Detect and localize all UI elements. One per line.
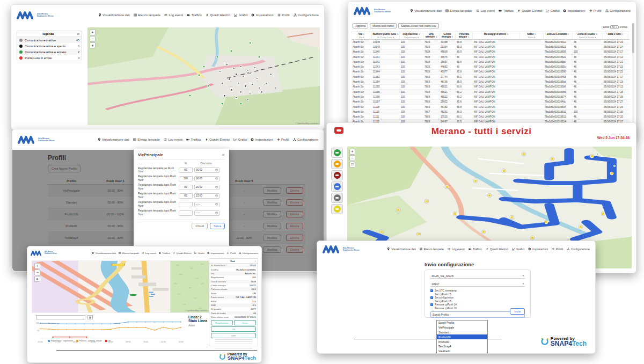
table-row[interactable]: Abarth Str.1111110076661751566.1INF DALI… — [352, 114, 630, 119]
lamp-marker-icon[interactable] — [222, 83, 223, 84]
sort-icon[interactable]: ⇅ — [418, 33, 420, 35]
nav-item-traffico[interactable]: Traffico — [499, 9, 514, 12]
entries-select[interactable]: All▾ — [610, 25, 619, 29]
sensor-marker-icon[interactable] — [596, 153, 598, 155]
dropdown-option[interactable]: Standart — [437, 330, 487, 335]
lamp-marker-icon[interactable] — [247, 70, 248, 71]
lamp-marker-icon[interactable] — [236, 97, 237, 98]
cabinet-marker-icon[interactable] — [221, 102, 224, 105]
lamp-marker-icon[interactable] — [240, 91, 241, 92]
dropdown-option[interactable]: Profilo100 — [437, 334, 487, 339]
nav-item-impostazioni[interactable]: Impostazioni — [251, 13, 273, 17]
layer-button-info[interactable] — [331, 181, 343, 192]
lamp-marker-icon[interactable] — [226, 64, 228, 65]
scrollbar[interactable] — [632, 23, 634, 136]
lamp-marker-icon[interactable] — [247, 99, 248, 100]
cabinet-marker-icon[interactable] — [216, 55, 219, 58]
layer-button-bus[interactable] — [331, 170, 343, 180]
table-row[interactable]: Abarth Str.1105410076694810665.9INF DALI… — [352, 79, 630, 84]
close-button[interactable]: Chiudi — [192, 223, 208, 229]
nav-item-grafici[interactable]: Grafici — [233, 138, 247, 141]
layer-button-generic[interactable] — [331, 193, 343, 203]
nav-item-traffico[interactable]: Traffico — [186, 138, 201, 141]
time-input[interactable]: 20:00 — [194, 185, 219, 190]
nav-item-traffico[interactable]: Traffico — [159, 252, 170, 254]
sort-icon[interactable]: ⇅ — [533, 33, 536, 35]
time-input[interactable]: --:-- — [194, 202, 219, 207]
checkbox-checked[interactable] — [430, 303, 433, 306]
lamp-marker-icon[interactable] — [236, 74, 237, 75]
nav-item-visualizzazione-dati[interactable]: Visualizzazione dati — [410, 9, 442, 12]
service-marker-icon[interactable] — [510, 215, 514, 219]
time-input[interactable]: 00:00 — [194, 168, 219, 173]
service-marker-icon[interactable] — [482, 230, 486, 234]
lamp-marker-icon[interactable] — [233, 68, 235, 69]
column-header-potenza-attuale[interactable]: Potenza attuale ⇅ — [456, 33, 473, 39]
layer-button-sensors[interactable] — [331, 148, 343, 158]
cabinet-marker-icon[interactable] — [202, 65, 205, 68]
nav-item-elenco-lampade[interactable]: Elenco lampade — [420, 247, 444, 251]
cabinet-marker-icon[interactable] — [249, 42, 252, 45]
legend-item[interactable]: Comunicazione attiva e acceso2 — [17, 49, 82, 55]
nav-item-impostazioni[interactable]: Impostazioni — [563, 9, 585, 12]
checkbox-row[interactable]: Set UTC timestamp — [430, 289, 525, 292]
nav-item-impostazioni[interactable]: Impostazioni — [528, 247, 548, 251]
service-marker-icon[interactable] — [590, 155, 594, 158]
cabinet-marker-icon[interactable] — [188, 94, 191, 97]
nav-item-visualizzazione-dati[interactable]: Visualizzazione dati — [98, 13, 130, 17]
nav-item-traffico[interactable]: Traffico — [187, 13, 202, 17]
nav-item-elenco-lampade[interactable]: Elenco lampade — [134, 13, 160, 17]
lamp-marker-icon[interactable] — [231, 89, 232, 90]
zoom-out-button[interactable]: − — [34, 270, 40, 275]
service-marker-icon[interactable] — [397, 208, 400, 212]
nav-item-impostazioni[interactable]: Impostazioni — [207, 252, 224, 254]
time-input[interactable]: 22:00 — [194, 193, 219, 199]
sort-icon[interactable]: ⇅ — [595, 33, 597, 35]
grid-toggle-button[interactable]: ▦ — [87, 315, 93, 319]
nav-item-traffico[interactable]: Traffico — [469, 247, 482, 251]
percent-input[interactable] — [179, 210, 193, 216]
lamp-marker-icon[interactable] — [275, 88, 276, 89]
column-filter-input[interactable]: N. Punto Luce ▾ — [372, 36, 399, 39]
service-marker-icon[interactable] — [502, 169, 506, 173]
sort-icon[interactable]: ⇅ — [435, 36, 437, 38]
download-csv-button[interactable]: Scarica elenco nodi inattivi csv — [398, 23, 438, 28]
nav-item-visualizzazione-dati[interactable]: Visualizzazione dati — [92, 252, 116, 254]
table-row[interactable]: Abarth Str.1104110076384657566INF DALI L… — [352, 55, 630, 60]
table-row[interactable]: Abarth Str.1105510076694952166.6INF DALI… — [352, 85, 630, 90]
chart-search-input[interactable] — [36, 315, 85, 319]
layers-button[interactable]: ▦ — [34, 276, 40, 282]
lamp-marker-icon[interactable] — [257, 77, 258, 78]
percent-input[interactable]: 90 — [179, 185, 193, 190]
nav-item-profili[interactable]: Profili — [552, 247, 563, 251]
layer-button-parking[interactable] — [331, 159, 343, 169]
legend-item[interactable]: Comunicazione inattiva45 — [17, 37, 82, 43]
table-row[interactable]: Abarth Str.1105210076692774466.1INF DALI… — [352, 75, 630, 79]
service-marker-icon[interactable] — [602, 212, 605, 215]
checkbox-checked[interactable] — [430, 296, 433, 299]
nav-item-profili[interactable]: Profili — [277, 138, 289, 141]
app-logo[interactable]: Alto MeranoStadtwerke Meran — [18, 135, 55, 144]
off-button[interactable]: OFF — [211, 333, 256, 338]
layers-button[interactable]: ▦ — [90, 42, 96, 48]
service-marker-icon[interactable] — [530, 236, 534, 240]
column-filter-input[interactable]: Zona Di Studio ▾ — [573, 36, 602, 39]
map-canvas[interactable]: + − ▦ © OpenStreetMap contributors — [87, 27, 320, 125]
lamp-marker-icon[interactable] — [243, 76, 244, 77]
app-logo[interactable]: Alto MeranoStadtwerke Meran — [323, 245, 360, 253]
service-marker-icon[interactable] — [550, 157, 554, 161]
nav-item-grafici[interactable]: Grafici — [234, 13, 247, 17]
column-header-deveui-lorawan[interactable]: DevEui Lorawan ⇅ — [544, 33, 573, 39]
sort-icon[interactable]: ⇅ — [620, 33, 623, 35]
cabinet-marker-icon[interactable] — [207, 85, 210, 88]
table-row[interactable]: Abarth Str.1104210076391663765.6INF DALI… — [352, 60, 630, 64]
nav-item-elenco-lampade[interactable]: Elenco lampade — [133, 138, 160, 141]
column-header-conto-energia[interactable]: Conto energia ⇅ — [440, 33, 456, 39]
nav-item-profili[interactable]: Profili — [226, 252, 236, 254]
service-marker-icon[interactable] — [488, 193, 492, 197]
collapse-icon[interactable]: ⇄ — [77, 32, 79, 35]
service-marker-icon[interactable] — [473, 179, 477, 183]
percent-input[interactable]: 80 — [179, 168, 193, 173]
table-row[interactable]: Abarth Str.1110810076694618265.8INF DALI… — [352, 105, 630, 110]
checkbox-row[interactable]: Set cpPush 15 — [430, 293, 525, 296]
